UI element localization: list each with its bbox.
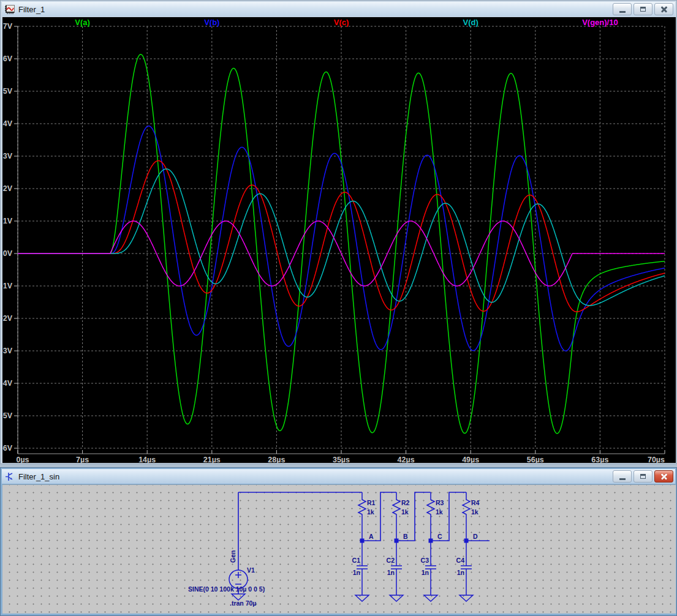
node-label-D: D bbox=[473, 533, 478, 540]
source-value-text: SINE(0 10 100k 10µ 0 0 5) bbox=[188, 585, 265, 593]
resistor-R1[interactable] bbox=[358, 492, 366, 541]
close-button[interactable] bbox=[654, 470, 673, 483]
resistor-value-R4: 1k bbox=[471, 508, 478, 516]
restore-button[interactable] bbox=[634, 470, 652, 483]
waveform-window[interactable]: Filter_1 V(a) V(b) V(c) V(d) V(gen)/10 7… bbox=[0, 0, 677, 464]
waveform-window-title: Filter_1 bbox=[18, 5, 45, 14]
resistor-R2[interactable] bbox=[393, 492, 400, 541]
schematic-icon bbox=[4, 472, 15, 481]
waveform-plot-icon bbox=[4, 5, 15, 14]
resistor-value-R2: 1k bbox=[401, 508, 409, 516]
x-axis-label: 56µs bbox=[527, 456, 544, 463]
y-axis-label: -6V bbox=[2, 444, 13, 453]
resistor-name-R4: R4 bbox=[471, 499, 480, 506]
legend-item-vb[interactable]: V(b) bbox=[147, 18, 276, 28]
source-name: V1 bbox=[247, 566, 255, 574]
y-axis-label: -1V bbox=[2, 282, 13, 290]
y-axis-label: 1V bbox=[3, 217, 13, 225]
legend-item-vc[interactable]: V(c) bbox=[276, 18, 406, 28]
x-axis-label: 0µs bbox=[16, 456, 29, 463]
close-button[interactable] bbox=[654, 3, 673, 15]
y-axis-label: -2V bbox=[2, 314, 13, 323]
resistor-R3[interactable] bbox=[427, 492, 434, 541]
x-axis-label: 42µs bbox=[398, 456, 415, 463]
y-axis-label: -5V bbox=[2, 411, 13, 420]
capacitor-C2[interactable] bbox=[391, 541, 402, 595]
minimize-icon bbox=[619, 478, 626, 480]
x-axis-label: 7µs bbox=[76, 456, 89, 463]
y-axis-label: 7V bbox=[3, 22, 13, 31]
capacitor-value-C1: 1n bbox=[353, 569, 360, 576]
x-axis-label: 70µs bbox=[648, 456, 665, 463]
schematic-window[interactable]: Filter_1_sin R11kAC11nR21kBC21nR31kCC31n… bbox=[0, 467, 677, 616]
restore-icon bbox=[640, 474, 646, 479]
legend-item-va[interactable]: V(a) bbox=[18, 18, 147, 28]
capacitor-C3[interactable] bbox=[425, 541, 436, 595]
capacitor-name-C3: C3 bbox=[421, 557, 429, 564]
x-axis-label: 49µs bbox=[462, 456, 479, 463]
y-axis-label: 2V bbox=[3, 184, 13, 193]
x-axis-label: 28µs bbox=[268, 456, 285, 463]
ground-icon[interactable] bbox=[460, 595, 473, 601]
ground-icon[interactable] bbox=[390, 595, 403, 601]
ground-icon[interactable] bbox=[355, 595, 369, 601]
capacitor-C4[interactable] bbox=[461, 541, 472, 595]
capacitor-name-C2: C2 bbox=[387, 557, 395, 564]
schematic-drawing: R11kAC11nR21kBC21nR31kCC31nR41kDC41nV1Ge… bbox=[2, 485, 676, 614]
x-axis-label: 35µs bbox=[333, 456, 350, 463]
waveform-plot-pane[interactable]: V(a) V(b) V(c) V(d) V(gen)/10 7V6V5V4V3V… bbox=[2, 17, 676, 463]
restore-button[interactable] bbox=[634, 3, 652, 15]
x-axis-label: 21µs bbox=[203, 456, 221, 463]
y-axis-label: -3V bbox=[2, 347, 13, 355]
minimize-button[interactable] bbox=[613, 3, 632, 15]
schematic-canvas[interactable]: R11kAC11nR21kBC21nR31kCC31nR41kDC41nV1Ge… bbox=[2, 484, 676, 614]
x-axis-label: 63µs bbox=[591, 456, 608, 463]
y-axis-label: 0V bbox=[3, 249, 13, 258]
minimize-icon bbox=[619, 11, 626, 13]
ground-icon[interactable] bbox=[424, 595, 437, 601]
resistor-name-R2: R2 bbox=[401, 499, 410, 506]
schematic-titlebar[interactable]: Filter_1_sin bbox=[2, 469, 675, 484]
restore-icon bbox=[640, 7, 646, 12]
minimize-button[interactable] bbox=[613, 470, 632, 483]
waveform-titlebar[interactable]: Filter_1 bbox=[2, 2, 675, 17]
resistor-name-R3: R3 bbox=[436, 499, 444, 506]
waveform-plot[interactable]: 7V6V5V4V3V2V1V0V-1V-2V-3V-4V-5V-6V0µs7µs… bbox=[2, 17, 676, 463]
y-axis-label: 5V bbox=[3, 87, 13, 96]
capacitor-value-C2: 1n bbox=[387, 569, 395, 576]
x-axis-label: 14µs bbox=[138, 456, 156, 463]
resistor-name-R1: R1 bbox=[367, 499, 376, 506]
resistor-value-R1: 1k bbox=[367, 508, 374, 516]
axis-labels: 7V6V5V4V3V2V1V0V-1V-2V-3V-4V-5V-6V0µs7µs… bbox=[2, 22, 665, 463]
capacitor-name-C4: C4 bbox=[456, 557, 465, 564]
plot-legend: V(a) V(b) V(c) V(d) V(gen)/10 bbox=[18, 18, 665, 28]
capacitor-C1[interactable] bbox=[357, 541, 368, 595]
resistor-value-R3: 1k bbox=[436, 508, 443, 516]
y-axis-label: 4V bbox=[3, 119, 13, 128]
y-axis-label: -4V bbox=[2, 379, 13, 388]
resistor-R4[interactable] bbox=[463, 492, 470, 541]
net-label-Gen: Gen bbox=[229, 550, 236, 563]
spice-directive: .tran 70µ bbox=[230, 599, 256, 607]
capacitor-name-C1: C1 bbox=[352, 557, 361, 564]
capacitor-value-C3: 1n bbox=[422, 569, 429, 576]
y-axis-label: 3V bbox=[3, 152, 13, 160]
schematic-window-title: Filter_1_sin bbox=[18, 472, 59, 481]
node-label-B: B bbox=[403, 533, 408, 540]
legend-item-vgen[interactable]: V(gen)/10 bbox=[535, 18, 665, 28]
legend-item-vd[interactable]: V(d) bbox=[406, 18, 535, 28]
y-axis-label: 6V bbox=[3, 54, 13, 63]
capacitor-value-C4: 1n bbox=[457, 569, 464, 576]
plot-grid bbox=[14, 26, 665, 454]
node-label-C: C bbox=[437, 533, 442, 540]
node-label-A: A bbox=[369, 533, 374, 540]
